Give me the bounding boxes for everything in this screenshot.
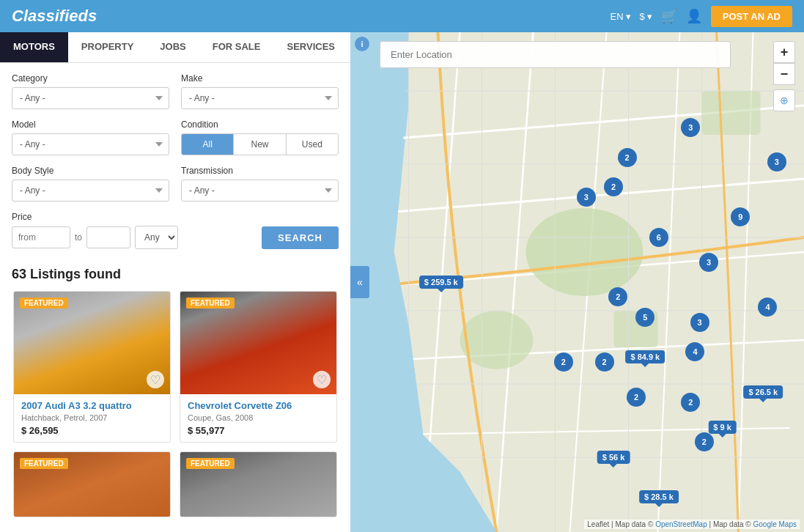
make-label: Make — [181, 73, 339, 84]
listing-sub: Hatchback, Petrol, 2007 — [21, 413, 163, 422]
map-price-marker[interactable]: $ 26.5 k — [743, 385, 783, 399]
tab-services[interactable]: SERVICES — [273, 32, 348, 62]
price-to-input[interactable] — [86, 226, 130, 248]
map-marker[interactable]: 6 — [649, 228, 668, 247]
condition-buttons: All New Used — [181, 133, 339, 155]
map-marker[interactable]: 9 — [731, 207, 750, 226]
filter-row-1: Category - Any - Make - Any - — [12, 73, 339, 109]
map-marker[interactable]: 2 — [627, 388, 646, 407]
body-style-select[interactable]: - Any - — [12, 180, 169, 202]
map-marker[interactable]: 2 — [618, 148, 637, 167]
listing-info: Chevrolet Corvette Z06 Coupe, Gas, 2008 … — [180, 394, 336, 442]
tab-motors[interactable]: MOTORS — [0, 32, 68, 62]
filters: Category - Any - Make - Any - Model — [0, 63, 350, 259]
post-ad-button[interactable]: POST AN AD — [711, 6, 792, 27]
google-maps-link[interactable]: Google Maps — [753, 520, 797, 528]
user-icon[interactable]: 👤 — [686, 8, 702, 24]
map-price-marker[interactable]: $ 56 k — [597, 451, 630, 464]
locate-button[interactable]: ⊕ — [773, 89, 795, 111]
header-right: EN ▾ $ ▾ 🛒 👤 POST AN AD — [610, 6, 792, 27]
map-marker[interactable]: 2 — [604, 177, 623, 196]
body-style-label: Body Style — [12, 166, 169, 176]
favorite-button[interactable]: ♡ — [313, 371, 331, 388]
map-price-marker[interactable]: $ 259.5 k — [419, 276, 463, 289]
main-layout: MOTORS PROPERTY JOBS FOR SALE SERVICES C… — [0, 32, 804, 532]
chevron-down-icon: ▾ — [626, 11, 631, 22]
transmission-group: Transmission - Any - — [181, 166, 339, 202]
tabs: MOTORS PROPERTY JOBS FOR SALE SERVICES — [0, 32, 350, 63]
map-marker[interactable]: 2 — [608, 287, 627, 306]
listings-grid: FEATURED ♡ 2007 Audi A3 3.2 quattro Hatc… — [0, 287, 350, 522]
transmission-label: Transmission — [181, 166, 339, 176]
map-marker[interactable]: 2 — [695, 432, 714, 451]
zoom-in-button[interactable]: + — [773, 41, 795, 63]
header: Classifieds EN ▾ $ ▾ 🛒 👤 POST AN AD — [0, 0, 804, 32]
map-marker[interactable]: 4 — [685, 342, 704, 361]
price-any-select[interactable]: Any — [135, 226, 178, 249]
tab-jobs[interactable]: JOBS — [147, 32, 199, 62]
location-input[interactable] — [380, 41, 731, 68]
map-marker[interactable]: 3 — [681, 118, 700, 137]
price-inputs: to Any — [12, 226, 253, 249]
map-marker[interactable]: 2 — [554, 352, 573, 372]
map-marker[interactable]: 3 — [699, 253, 718, 272]
make-group: Make - Any - — [181, 73, 339, 109]
model-label: Model — [12, 119, 169, 130]
category-select[interactable]: - Any - — [12, 87, 169, 109]
listing-title: 2007 Audi A3 3.2 quattro — [21, 400, 163, 411]
model-group: Model - Any - — [12, 119, 169, 155]
svg-point-12 — [526, 208, 643, 296]
map-search — [380, 41, 731, 68]
map-toggle-button[interactable]: « — [350, 266, 369, 298]
map-marker[interactable]: 2 — [595, 352, 614, 372]
cart-icon[interactable]: 🛒 — [661, 8, 677, 24]
map-price-marker[interactable]: $ 28.5 k — [639, 490, 679, 503]
listing-card[interactable]: FEATURED — [180, 451, 337, 517]
listing-image: FEATURED — [180, 452, 336, 517]
featured-badge: FEATURED — [20, 458, 68, 469]
tab-for-sale[interactable]: FOR SALE — [199, 32, 274, 62]
listing-price: $ 55,977 — [188, 425, 329, 436]
map-marker[interactable]: 3 — [577, 188, 596, 207]
map-marker[interactable]: 3 — [767, 152, 786, 171]
map-marker[interactable]: 3 — [690, 313, 709, 332]
map-attribution: Leaflet | Map data © OpenStreetMap | Map… — [584, 520, 800, 529]
language-selector[interactable]: EN ▾ — [610, 11, 630, 22]
zoom-out-button[interactable]: − — [773, 63, 795, 85]
listing-image: FEATURED ♡ — [180, 292, 336, 394]
favorite-button[interactable]: ♡ — [147, 371, 164, 388]
map-marker[interactable]: 5 — [635, 308, 654, 327]
chevron-down-icon: ▾ — [647, 11, 652, 22]
logo: Classifieds — [12, 7, 97, 26]
listing-image: FEATURED — [14, 452, 170, 517]
featured-badge: FEATURED — [20, 298, 68, 309]
listing-card[interactable]: FEATURED ♡ 2007 Audi A3 3.2 quattro Hatc… — [13, 291, 171, 443]
zoom-controls: + − ⊕ — [773, 41, 795, 111]
filter-row-3: Body Style - Any - Transmission - Any - — [12, 166, 339, 202]
listing-card[interactable]: FEATURED ♡ Chevrolet Corvette Z06 Coupe,… — [180, 291, 337, 443]
model-select[interactable]: - Any - — [12, 133, 169, 155]
price-from-input[interactable] — [12, 226, 70, 248]
listing-image: FEATURED ♡ — [14, 292, 170, 394]
condition-used-button[interactable]: Used — [287, 134, 338, 155]
listing-card[interactable]: FEATURED — [13, 451, 171, 517]
left-panel: MOTORS PROPERTY JOBS FOR SALE SERVICES C… — [0, 32, 350, 532]
map-marker[interactable]: 2 — [681, 393, 700, 412]
body-style-group: Body Style - Any - — [12, 166, 169, 202]
condition-all-button[interactable]: All — [182, 134, 234, 155]
condition-label: Condition — [181, 119, 339, 130]
currency-selector[interactable]: $ ▾ — [640, 11, 652, 22]
info-icon[interactable]: i — [355, 37, 369, 51]
openstreetmap-link[interactable]: OpenStreetMap — [655, 520, 707, 528]
search-button[interactable]: SEaRCH — [262, 226, 339, 249]
condition-new-button[interactable]: New — [234, 134, 286, 155]
make-select[interactable]: - Any - — [181, 87, 339, 109]
map-price-marker[interactable]: $ 9 k — [708, 421, 736, 434]
listing-sub: Coupe, Gas, 2008 — [188, 413, 329, 422]
listing-title: Chevrolet Corvette Z06 — [188, 400, 329, 411]
transmission-select[interactable]: - Any - — [181, 180, 339, 202]
tab-property[interactable]: PROPERTY — [68, 32, 147, 62]
map-marker[interactable]: 4 — [758, 298, 777, 317]
featured-badge: FEATURED — [186, 458, 235, 469]
map-price-marker[interactable]: $ 84.9 k — [625, 350, 665, 363]
